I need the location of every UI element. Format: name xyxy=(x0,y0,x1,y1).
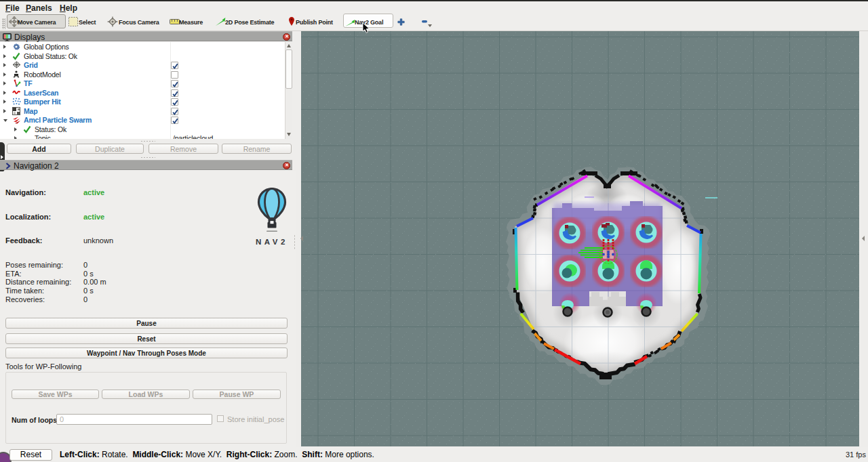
svg-text:NAV2: NAV2 xyxy=(256,238,288,246)
